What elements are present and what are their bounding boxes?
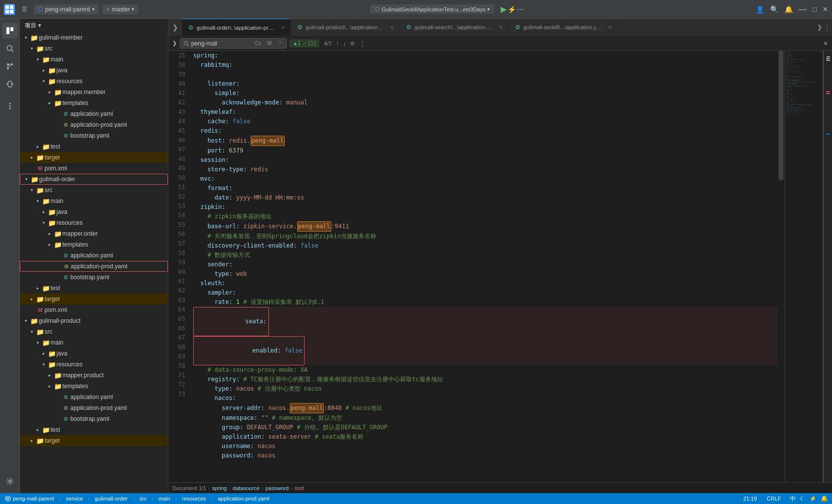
status-module[interactable]: gulimall-order: [90, 493, 133, 504]
tree-item-application-prod-yaml-2[interactable]: ⚙ application-prod.yaml: [20, 261, 168, 272]
tree-item-bootstrap-yaml-2[interactable]: ⚙ bootstrap.yaml: [20, 272, 168, 283]
maximize-button[interactable]: □: [813, 5, 817, 13]
notification-icon[interactable]: 🔔: [784, 5, 793, 13]
branch-selector[interactable]: ⑂ master ▾: [103, 4, 139, 14]
tab-close-icon[interactable]: ✕: [281, 25, 285, 30]
menu-button[interactable]: ☰: [19, 5, 30, 14]
tab-close-icon[interactable]: ✕: [608, 25, 612, 30]
tree-item-main-1[interactable]: ▾ 📁 main: [20, 54, 168, 65]
tree-item-resources-2[interactable]: ▾ 📁 resources: [20, 217, 168, 228]
tree-item-src-1[interactable]: ▾ 📁 src: [20, 43, 168, 54]
tree-item-pom-xml-2[interactable]: M pom.xml: [20, 304, 168, 315]
tree-item-mapper-order[interactable]: ▸ 📁 mapper.order: [20, 228, 168, 239]
case-sensitive-button[interactable]: Cc: [253, 40, 263, 47]
tab-application-prod-yaml-order[interactable]: ⚙ gulimall-order\..\application-prod.yam…: [182, 19, 291, 36]
status-power-icon[interactable]: ⚡: [809, 495, 817, 502]
status-file[interactable]: application-prod.yaml: [212, 493, 274, 504]
tree-item-main-3[interactable]: ▾ 📁 main: [20, 337, 168, 348]
tree-item-src-3[interactable]: ▾ 📁 src: [20, 326, 168, 337]
tab-close-icon[interactable]: ✕: [390, 25, 394, 30]
tab-expand-icon[interactable]: ❯: [168, 19, 182, 36]
tab-more-icon[interactable]: ⋮: [824, 24, 830, 31]
tree-item-target-2[interactable]: ▸ 📁 target: [20, 294, 168, 304]
activity-git[interactable]: [2, 58, 18, 74]
tab-application-prod-yaml-product[interactable]: ⚙ gulimall-product\...\application-prod.…: [291, 19, 400, 36]
status-service[interactable]: service: [61, 493, 88, 504]
minimize-button[interactable]: —: [799, 5, 807, 14]
tree-item-bootstrap-yaml-3[interactable]: ⚙ bootstrap.yaml: [20, 413, 168, 424]
user-icon[interactable]: 👤: [756, 5, 764, 13]
search-next-button[interactable]: ↓: [342, 39, 348, 48]
tree-item-templates-3[interactable]: ▸ 📁 templates: [20, 381, 168, 392]
run-config[interactable]: ⬡ GulimallSeckillApplicationTest.u...est…: [370, 4, 495, 14]
run-button[interactable]: ▶: [501, 4, 507, 14]
tree-item-test-2[interactable]: ▸ 📁 test: [20, 283, 168, 294]
search-close-button[interactable]: ✕: [823, 40, 828, 47]
search-input[interactable]: [191, 40, 251, 47]
tab-application-yaml-seckill[interactable]: ⚙ gulimall-seckill\...\application.yaml …: [509, 19, 618, 36]
status-notification-icon[interactable]: 🔔: [821, 495, 828, 502]
tree-item-resources-3[interactable]: ▾ 📁 resources: [20, 359, 168, 370]
tree-item-templates-1[interactable]: ▸ 📁 templates: [20, 98, 168, 108]
plugin-icon[interactable]: ⚡: [508, 5, 516, 13]
tree-item-mapper-product[interactable]: ▸ 📁 mapper.product: [20, 370, 168, 381]
tree-item-target-1[interactable]: ▸ 📁 target: [20, 152, 168, 163]
regex-button[interactable]: .*: [275, 40, 284, 47]
status-resources[interactable]: resources: [177, 493, 211, 504]
status-lang-icon[interactable]: 中: [790, 495, 796, 503]
activity-more[interactable]: [2, 98, 18, 114]
tree-item-templates-2[interactable]: ▸ 📁 templates: [20, 239, 168, 250]
status-line-col[interactable]: 21:19: [738, 493, 762, 504]
tree-item-application-yaml-1[interactable]: ⚙ application.yaml: [20, 108, 168, 119]
tree-label: templates: [62, 100, 88, 106]
status-project[interactable]: peng-mall-parent: [0, 493, 59, 504]
editor-scrollbar[interactable]: [778, 51, 784, 482]
status-src[interactable]: src: [135, 493, 152, 504]
search-panel-toggle[interactable]: ❯: [172, 40, 177, 47]
project-breadcrumb[interactable]: ⬡ peng-mall-parent ▾: [34, 4, 99, 14]
tree-item-gulimall-order[interactable]: ▾ 📁 gulimall-order: [20, 174, 168, 185]
folder-icon: 📁: [42, 198, 51, 205]
tree-item-java-2[interactable]: ▸ 📁 java: [20, 206, 168, 217]
tree-item-bootstrap-yaml-1[interactable]: ⚙ bootstrap.yaml: [20, 130, 168, 141]
tree-item-gulimall-product[interactable]: ▾ 📁 gulimall-product: [20, 315, 168, 326]
tab-application-prod-yaml-search[interactable]: ⚙ gulimall-search\...\application-prod.y…: [400, 19, 509, 36]
tree-label: application.yaml: [70, 394, 113, 401]
close-button[interactable]: ✕: [823, 5, 828, 13]
tree-item-test-1[interactable]: ▸ 📁 test: [20, 141, 168, 152]
tab-chevron-icon[interactable]: ❯: [817, 24, 822, 31]
search-icon[interactable]: 🔍: [770, 5, 779, 13]
status-main[interactable]: main: [154, 493, 175, 504]
tab-close-icon[interactable]: ✕: [499, 25, 503, 30]
activity-settings[interactable]: [2, 473, 18, 489]
tree-item-application-prod-yaml-3[interactable]: ⚙ application-prod.yaml: [20, 403, 168, 413]
status-theme-icon[interactable]: ☾: [800, 495, 805, 502]
activity-search[interactable]: [2, 41, 18, 56]
tree-item-gulimall-member[interactable]: ▾ 📁 gulimall-member: [20, 32, 168, 43]
activity-bar: [0, 19, 20, 493]
search-filter-button[interactable]: ⚟: [349, 39, 357, 48]
tree-item-application-yaml-2[interactable]: ⚙ application.yaml: [20, 250, 168, 261]
tree-item-target-3[interactable]: ▸ 📁 target: [20, 435, 168, 446]
search-bar: ❯ Cc W .* ▲1 ✓ 112 4/7 ↑ ↓ ⚟ ⋮: [168, 36, 832, 51]
tree-arrow: ▾: [28, 46, 36, 51]
tree-item-java-3[interactable]: ▸ 📁 java: [20, 348, 168, 359]
activity-explorer[interactable]: [2, 23, 18, 39]
code-editor[interactable]: spring: rabbitmq: listener: simple: ackn…: [189, 51, 778, 482]
search-more-button[interactable]: ⋮: [358, 39, 367, 48]
whole-word-button[interactable]: W: [264, 40, 274, 47]
tree-item-java-1[interactable]: ▸ 📁 java: [20, 65, 168, 76]
tree-item-pom-xml-1[interactable]: M pom.xml: [20, 163, 168, 174]
search-prev-button[interactable]: ↑: [335, 39, 341, 48]
tree-item-test-3[interactable]: ▸ 📁 test: [20, 424, 168, 435]
tree-item-src-2[interactable]: ▾ 📁 src: [20, 185, 168, 196]
tree-item-application-yaml-3[interactable]: ⚙ application.yaml: [20, 392, 168, 403]
tree-item-resources-1[interactable]: ▾ 📁 resources: [20, 76, 168, 87]
more-options-icon[interactable]: ⋯: [517, 5, 524, 13]
code-line: spring:: [193, 51, 778, 60]
tree-item-mapper-member[interactable]: ▸ 📁 mapper.member: [20, 87, 168, 98]
tree-item-main-2[interactable]: ▾ 📁 main: [20, 196, 168, 206]
tree-item-application-prod-yaml-1[interactable]: ⚙ application-prod.yaml: [20, 119, 168, 130]
activity-debug[interactable]: [2, 76, 18, 92]
status-encoding[interactable]: CRLF: [762, 493, 786, 504]
